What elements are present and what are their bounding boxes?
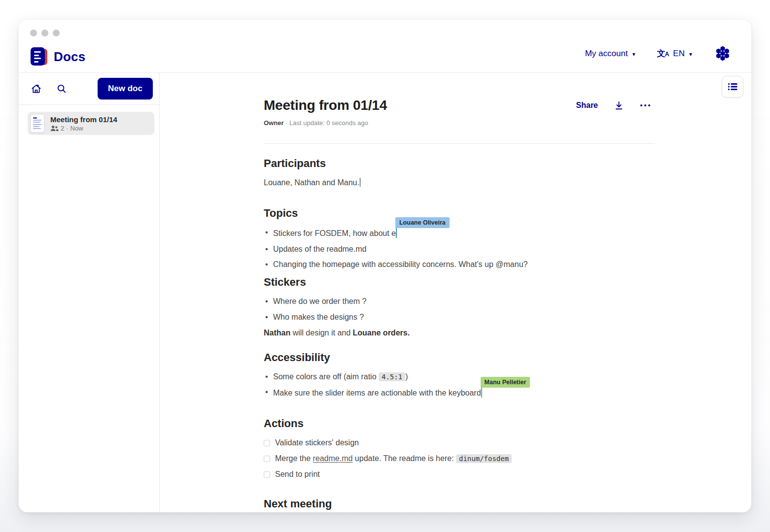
download-icon [614, 100, 624, 111]
collab-cursor-label: Louane Oliveira [395, 217, 450, 228]
share-button[interactable]: Share [576, 101, 598, 110]
sticker-item[interactable]: Who makes the designs ? [264, 313, 655, 322]
todo-checkbox[interactable] [264, 440, 270, 446]
my-account-label: My account [585, 49, 628, 59]
app-header: Docs My account ▾ 文A EN ▾ [19, 20, 751, 73]
app-window: Docs My account ▾ 文A EN ▾ [19, 20, 751, 512]
doc-item-title: Meeting from 01/14 [50, 115, 117, 124]
todo-checkbox[interactable] [264, 456, 270, 462]
section-accessibility: Accessibility Some colors are off (aim r… [264, 351, 655, 398]
apps-grid-button[interactable] [714, 45, 732, 62]
topic-item[interactable]: Changing the homepage with accessibility… [264, 260, 655, 269]
section-stickers: Stickers Where do we order them ? Who ma… [264, 276, 655, 337]
chevron-down-icon: ▾ [689, 51, 692, 58]
my-account-menu[interactable]: My account ▾ [585, 49, 635, 59]
language-label: EN [673, 49, 685, 59]
header-actions: My account ▾ 文A EN ▾ [585, 45, 732, 62]
topic-item[interactable]: Stickers for FOSDEM, how about eLouane O… [264, 228, 655, 238]
document-panel: Meeting from 01/14 Share [160, 73, 751, 512]
divider [264, 143, 655, 144]
document-editor[interactable]: Meeting from 01/14 Share [264, 73, 655, 510]
window-control-dot[interactable] [41, 30, 48, 36]
collab-cursor-manu: Manu Pelletier [481, 388, 482, 398]
owner-badge: Owner [264, 119, 283, 127]
more-options-button[interactable] [640, 103, 651, 107]
accessibility-item[interactable]: Make sure the slider items are actionabl… [264, 388, 655, 398]
participants-heading: Participants [264, 157, 655, 170]
repo-code: dinum/fosdem [456, 454, 512, 463]
last-update-text: · Last update: 0 seconds ago [285, 119, 368, 127]
actions-heading: Actions [264, 417, 655, 430]
home-button[interactable] [31, 83, 42, 95]
readme-link[interactable]: readme.md [313, 454, 352, 463]
doc-item-time: Now [70, 125, 83, 132]
app-title: Docs [54, 49, 85, 65]
topics-heading: Topics [264, 207, 655, 220]
table-of-contents-button[interactable] [722, 76, 743, 98]
document-title[interactable]: Meeting from 01/14 [264, 98, 387, 113]
window-control-dot[interactable] [53, 30, 60, 36]
participants-body[interactable]: Louane, Nathan and Manu. [264, 178, 655, 187]
app-logo[interactable]: Docs [31, 47, 85, 66]
new-doc-button[interactable]: New doc [98, 78, 153, 100]
text-cursor [360, 178, 361, 187]
ellipsis-icon [640, 103, 651, 107]
sidebar-toolbar: New doc [19, 73, 159, 105]
document-meta: Owner · Last update: 0 seconds ago [264, 119, 655, 127]
ratio-code: 4.5:1 [379, 372, 405, 381]
sidebar-doc-item[interactable]: Meeting from 01/14 2 · Now [28, 112, 154, 135]
next-meeting-heading: Next meeting [264, 498, 655, 510]
collab-cursor-label: Manu Pelletier [481, 377, 530, 388]
stickers-note[interactable]: Nathan will design it and Louane orders. [264, 329, 655, 337]
todo-item: Send to print [264, 470, 655, 479]
doc-item-count: 2 [61, 125, 64, 132]
accessibility-heading: Accessibility [264, 351, 655, 364]
todo-item: Validate stickers' design [264, 438, 655, 447]
translate-icon: 文A [657, 48, 669, 59]
stickers-heading: Stickers [264, 276, 655, 289]
search-icon [56, 83, 67, 94]
apps-hexagon-grid-icon [714, 45, 732, 62]
docs-logo-icon [31, 47, 48, 66]
doc-item-separator: · [66, 125, 68, 132]
chevron-down-icon: ▾ [632, 51, 635, 58]
section-participants: Participants Louane, Nathan and Manu. [264, 157, 655, 187]
sidebar: New doc Meeting from 01/14 2 [19, 73, 160, 512]
section-topics: Topics Stickers for FOSDEM, how about eL… [264, 207, 655, 269]
people-icon [50, 125, 59, 132]
doc-item-meta: 2 · Now [50, 125, 117, 132]
document-actions: Share [576, 100, 655, 111]
list-icon [726, 80, 739, 93]
todo-item: Merge the readme.md update. The readme i… [264, 454, 655, 463]
collab-cursor-louane: Louane Oliveira [396, 228, 397, 238]
sticker-item[interactable]: Where do we order them ? [264, 297, 655, 306]
language-selector[interactable]: 文A EN ▾ [657, 48, 692, 59]
window-control-dot[interactable] [30, 30, 37, 36]
section-actions: Actions Validate stickers' design Merge … [264, 417, 655, 479]
todo-checkbox[interactable] [264, 471, 270, 478]
section-next-meeting: Next meeting [264, 498, 655, 510]
document-thumbnail-icon [31, 114, 44, 133]
accessibility-item[interactable]: Some colors are off (aim ratio 4.5:1) [264, 372, 655, 381]
window-controls [30, 30, 60, 36]
topic-item[interactable]: Updates of the readme.md [264, 245, 655, 254]
home-icon [31, 83, 42, 95]
download-button[interactable] [614, 100, 624, 111]
search-button[interactable] [56, 83, 67, 94]
